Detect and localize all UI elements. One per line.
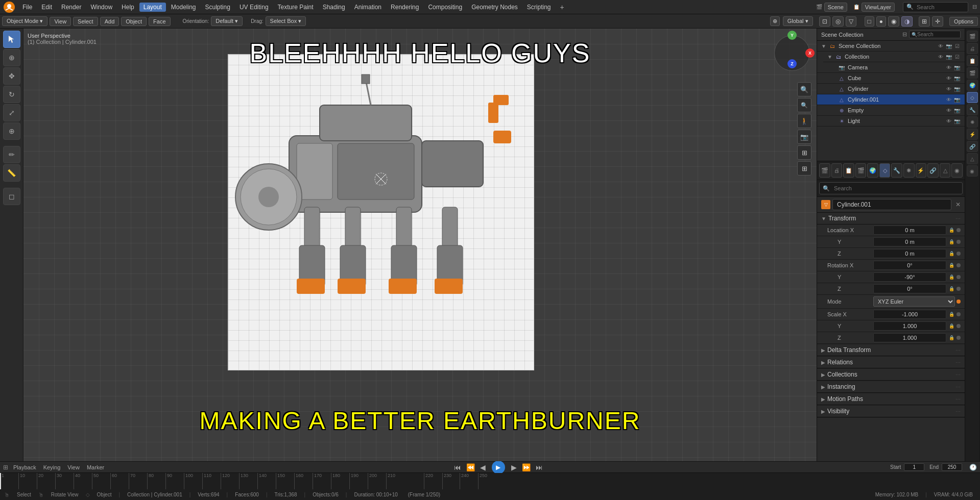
scale-z-value[interactable]: 1.000 xyxy=(873,333,946,342)
props-physics-icon[interactable]: ⚡ xyxy=(916,163,927,178)
shading-wireframe-icon[interactable]: □ xyxy=(865,16,874,27)
sidebar-view-layer-props[interactable]: 📋 xyxy=(967,55,978,66)
viewport-frame-all[interactable]: ⊞ xyxy=(797,145,811,160)
rotation-y-value[interactable]: -90° xyxy=(873,272,946,282)
props-object-icon[interactable]: ◇ xyxy=(879,163,891,178)
drag-selector[interactable]: Select Box ▾ xyxy=(266,16,306,26)
rotation-x-keyframe-dot[interactable] xyxy=(957,263,961,267)
rotation-mode-keyframe-dot[interactable] xyxy=(957,299,961,304)
sidebar-output-props[interactable]: 🖨 xyxy=(967,43,978,54)
top-filter-icon[interactable]: ⊟ xyxy=(972,4,977,10)
location-z-keyframe-dot[interactable] xyxy=(957,252,961,256)
props-render-icon[interactable]: 🎬 xyxy=(819,163,830,178)
mode-selector[interactable]: Object Mode ▾ xyxy=(2,16,47,26)
location-y-value[interactable]: 0 m xyxy=(873,237,946,246)
viewport-zoom-out[interactable]: 🔍 xyxy=(797,98,811,112)
tree-cylinder[interactable]: △ Cylinder 👁 📷 xyxy=(817,84,965,94)
props-obj-close-icon[interactable]: ✕ xyxy=(955,201,961,208)
scene-render-icon[interactable]: ☑ xyxy=(953,43,961,49)
viewport-grid-toggle[interactable]: ⊞ xyxy=(797,161,811,176)
tree-light[interactable]: ☀ Light 👁 📷 xyxy=(817,116,965,127)
viewport-3d[interactable]: User Perspective (1) Collection | Cylind… xyxy=(23,29,817,461)
gizmo-circle[interactable]: X Y Z xyxy=(774,35,810,71)
menu-edit[interactable]: Edit xyxy=(37,3,56,12)
rotation-mode-select[interactable]: XYZ Euler xyxy=(873,296,955,307)
step-forward-button[interactable]: ⏩ xyxy=(522,463,531,471)
menu-window[interactable]: Window xyxy=(86,3,116,12)
rotation-z-value[interactable]: 0° xyxy=(873,284,946,293)
transform-pivot-icon[interactable]: ⊕ xyxy=(770,16,780,26)
scale-x-value[interactable]: -1.000 xyxy=(873,310,946,319)
location-z-lock-icon[interactable]: 🔒 xyxy=(948,251,955,256)
gizmo-x-axis[interactable]: X xyxy=(805,48,815,58)
scale-y-keyframe-dot[interactable] xyxy=(957,324,961,328)
orientation-selector[interactable]: Default ▾ xyxy=(211,16,243,26)
workspace-tab-modeling[interactable]: Modeling xyxy=(167,3,200,12)
tree-collection[interactable]: ▼ 🗂 Collection 👁 📷 ☑ xyxy=(823,52,965,62)
rotation-x-lock-icon[interactable]: 🔒 xyxy=(948,263,955,268)
cube-eye-icon[interactable]: 👁 xyxy=(945,76,952,81)
cylinder001-cam-icon[interactable]: 📷 xyxy=(953,97,961,103)
rotation-z-lock-icon[interactable]: 🔒 xyxy=(948,286,955,291)
end-frame-input[interactable] xyxy=(942,463,962,471)
props-constraints-icon[interactable]: 🔗 xyxy=(927,163,939,178)
view-menu-timeline[interactable]: View xyxy=(65,464,82,471)
sidebar-data-props[interactable]: △ xyxy=(967,153,978,164)
menu-file[interactable]: File xyxy=(18,3,36,12)
sidebar-material-props[interactable]: ◉ xyxy=(967,165,978,177)
tool-rotate[interactable]: ↻ xyxy=(3,86,20,103)
instancing-header[interactable]: ▶ Instancing ⋯ xyxy=(817,381,965,393)
object-menu[interactable]: Object xyxy=(121,17,147,26)
gizmo-icon[interactable]: ✛ xyxy=(932,16,943,27)
camera-cam-icon[interactable]: 📷 xyxy=(953,65,961,70)
top-search-input[interactable] xyxy=(914,3,965,11)
navigation-gizmo[interactable]: X Y Z xyxy=(772,33,812,73)
gizmo-z-axis[interactable]: Z xyxy=(787,59,797,68)
jump-end-button[interactable]: ⏭ xyxy=(536,463,543,471)
marker-menu[interactable]: Marker xyxy=(85,464,106,471)
tree-expand-scene[interactable]: ▼ xyxy=(821,43,826,49)
tree-scene-collection[interactable]: ▼ 🗂 Scene Collection 👁 📷 ☑ xyxy=(817,41,965,52)
tool-measure[interactable]: 📏 xyxy=(3,164,20,182)
scale-x-keyframe-dot[interactable] xyxy=(957,312,961,316)
motion-paths-header[interactable]: ▶ Motion Paths ⋯ xyxy=(817,393,965,405)
jump-start-button[interactable]: ⏮ xyxy=(454,463,461,471)
viewport-camera[interactable]: 📷 xyxy=(797,130,811,144)
visibility-header[interactable]: ▶ Visibility ⋯ xyxy=(817,406,965,417)
menu-render[interactable]: Render xyxy=(57,3,85,12)
sidebar-modifier-props[interactable]: 🔧 xyxy=(967,104,978,115)
location-x-lock-icon[interactable]: 🔒 xyxy=(948,228,955,233)
props-world-icon[interactable]: 🌍 xyxy=(867,163,878,178)
props-particle-icon[interactable]: ✺ xyxy=(903,163,915,178)
scale-z-lock-icon[interactable]: 🔒 xyxy=(948,335,955,340)
start-frame-input[interactable] xyxy=(904,463,924,471)
empty-cam-icon[interactable]: 📷 xyxy=(953,108,961,113)
props-obj-name-display[interactable]: Cylinder.001 xyxy=(832,199,951,210)
scale-y-value[interactable]: 1.000 xyxy=(873,321,946,331)
step-back-button[interactable]: ⏪ xyxy=(466,463,475,471)
select-menu[interactable]: Select xyxy=(73,17,98,26)
collection-camera-icon[interactable]: 📷 xyxy=(945,54,952,60)
tool-transform[interactable]: ⊕ xyxy=(3,122,20,140)
props-modifier-icon[interactable]: 🔧 xyxy=(891,163,902,178)
outliner-filter-icon[interactable]: ⊟ xyxy=(902,31,907,38)
tree-cube[interactable]: △ Cube 👁 📷 xyxy=(817,73,965,84)
shading-solid-icon[interactable]: ● xyxy=(876,16,886,27)
options-button[interactable]: Options xyxy=(949,17,978,26)
workspace-tab-texture[interactable]: Texture Paint xyxy=(274,3,318,12)
gizmo-y-axis[interactable]: Y xyxy=(787,31,797,40)
workspace-tab-uv[interactable]: UV Editing xyxy=(235,3,273,12)
transform-global[interactable]: Global ▾ xyxy=(783,16,813,26)
viewport-walk[interactable]: 🚶 xyxy=(797,114,811,128)
location-z-value[interactable]: 0 m xyxy=(873,249,946,258)
props-output-icon[interactable]: 🖨 xyxy=(831,163,843,178)
workspace-tab-compositing[interactable]: Compositing xyxy=(424,3,466,12)
scale-y-lock-icon[interactable]: 🔒 xyxy=(948,323,955,329)
shading-rendered-icon[interactable]: ◑ xyxy=(901,16,913,27)
workspace-tab-rendering[interactable]: Rendering xyxy=(387,3,423,12)
props-search-input[interactable] xyxy=(830,184,959,193)
play-forward-button[interactable]: ▶ xyxy=(511,463,517,471)
delta-transform-header[interactable]: ▶ Delta Transform ⋯ xyxy=(817,344,965,356)
collection-eye-icon[interactable]: 👁 xyxy=(937,54,944,60)
scale-z-keyframe-dot[interactable] xyxy=(957,336,961,340)
